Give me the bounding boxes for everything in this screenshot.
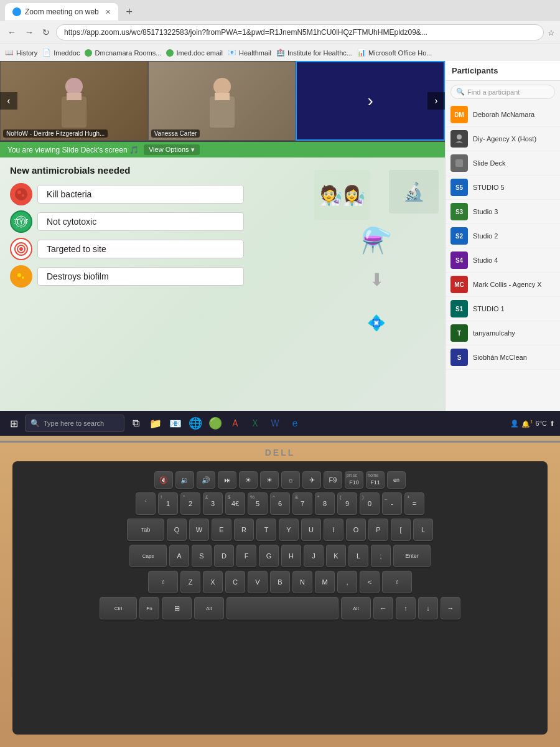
file-explorer-icon[interactable]: 📁 — [147, 415, 164, 432]
search-participants-container[interactable]: 🔍 Find a participant — [450, 85, 555, 99]
key-comma[interactable]: , — [337, 571, 357, 593]
key-alt-right[interactable]: Alt — [341, 597, 371, 619]
key-alt-left[interactable]: Alt — [194, 597, 224, 619]
key-n[interactable]: N — [292, 571, 312, 593]
bookmark-dmcnamara[interactable]: Dmcnamara Rooms... — [85, 49, 161, 57]
key-backtick[interactable]: ` — [136, 492, 156, 515]
forward-button[interactable]: → — [22, 26, 36, 39]
word-icon[interactable]: Ｗ — [266, 415, 284, 432]
key-v[interactable]: V — [248, 571, 268, 593]
notification-bell[interactable]: 🔔1 — [521, 419, 533, 428]
key-f10[interactable]: prt scF10 — [345, 471, 363, 489]
key-vol-down[interactable]: 🔉 — [175, 471, 194, 489]
key-1[interactable]: !1 — [158, 492, 178, 515]
key-l2[interactable]: L — [348, 545, 368, 567]
key-media[interactable]: ⏭ — [218, 471, 236, 489]
key-x[interactable]: X — [203, 571, 223, 593]
key-2[interactable]: "2 — [180, 492, 200, 515]
key-h[interactable]: H — [281, 545, 301, 567]
view-options-button[interactable]: View Options ▾ — [144, 144, 200, 155]
key-b[interactable]: B — [270, 571, 290, 593]
key-mute[interactable]: 🔇 — [154, 471, 173, 489]
key-u[interactable]: U — [301, 519, 321, 541]
key-lt[interactable]: < — [360, 571, 380, 593]
key-fn[interactable]: Fn — [139, 597, 159, 619]
bookmark-imeddoc[interactable]: 📄 Imeddoc — [42, 49, 80, 57]
new-tab-button[interactable]: + — [122, 4, 137, 19]
key-r[interactable]: R — [234, 519, 254, 541]
key-win[interactable]: ⊞ — [162, 597, 192, 619]
key-7[interactable]: &7 — [292, 492, 312, 515]
key-t[interactable]: T — [256, 519, 276, 541]
video-prev-arrow[interactable]: ‹ — [0, 92, 17, 110]
key-f11[interactable]: homeF11 — [366, 471, 385, 489]
key-w[interactable]: W — [189, 519, 209, 541]
key-i[interactable]: I — [324, 519, 343, 541]
key-arrow-left[interactable]: ← — [373, 597, 393, 619]
key-f9[interactable]: F9 — [324, 471, 342, 489]
chrome-icon-2[interactable]: 🟢 — [207, 415, 224, 432]
key-z[interactable]: Z — [180, 571, 200, 593]
key-3[interactable]: £3 — [203, 492, 223, 515]
key-arrow-down[interactable]: ↓ — [418, 597, 438, 619]
edge-icon[interactable]: ｅ — [286, 415, 304, 432]
taskbar-search-box[interactable]: 🔍 Type here to search — [25, 415, 124, 432]
key-f6[interactable]: ☀ — [260, 471, 279, 489]
key-5[interactable]: %5 — [248, 492, 268, 515]
key-j[interactable]: J — [304, 545, 324, 567]
key-a[interactable]: A — [169, 545, 189, 567]
bookmark-msoffice[interactable]: 📊 Microsoft Office Ho... — [357, 49, 432, 57]
key-0[interactable]: )0 — [360, 492, 380, 515]
chrome-icon[interactable]: 🌐 — [187, 415, 204, 432]
address-input[interactable] — [56, 24, 544, 40]
key-s[interactable]: S — [192, 545, 212, 567]
key-vol-up[interactable]: 🔊 — [197, 471, 215, 489]
key-q[interactable]: Q — [167, 519, 187, 541]
key-tab[interactable]: Tab — [127, 519, 164, 541]
key-f8[interactable]: ✈ — [302, 471, 321, 489]
key-f7[interactable]: ☼ — [281, 471, 300, 489]
key-p[interactable]: P — [368, 519, 388, 541]
key-o[interactable]: O — [346, 519, 366, 541]
key-arrow-right[interactable]: → — [441, 597, 460, 619]
key-k[interactable]: K — [326, 545, 346, 567]
adobe-icon[interactable]: Ａ — [226, 415, 244, 432]
outlook-icon[interactable]: 📧 — [167, 415, 184, 432]
tab-close-button[interactable]: ✕ — [105, 8, 111, 16]
excel-icon[interactable]: Ｘ — [246, 415, 264, 432]
key-9[interactable]: (9 — [337, 492, 357, 515]
key-l[interactable]: L — [413, 519, 433, 541]
key-enter[interactable]: Enter — [393, 545, 431, 567]
bookmark-star-icon[interactable]: ☆ — [548, 28, 555, 37]
key-f5[interactable]: ☀ — [239, 471, 258, 489]
key-m[interactable]: M — [315, 571, 335, 593]
key-4[interactable]: $4€ — [225, 492, 245, 515]
key-6[interactable]: ^6 — [270, 492, 290, 515]
bookmark-institute[interactable]: 🏥 Institute for Healthc... — [276, 49, 352, 57]
key-ctrl-left[interactable]: Ctrl — [100, 597, 137, 619]
key-8[interactable]: *8 — [315, 492, 335, 515]
reload-button[interactable]: ↻ — [40, 26, 52, 39]
key-shift-right[interactable]: ⇧ — [382, 571, 412, 593]
key-f12[interactable]: en — [387, 471, 406, 489]
key-semicolon[interactable]: ; — [371, 545, 391, 567]
key-c[interactable]: C — [225, 571, 245, 593]
key-equals[interactable]: += — [404, 492, 424, 515]
key-lbracket[interactable]: [ — [391, 519, 411, 541]
key-f[interactable]: F — [236, 545, 256, 567]
key-caps[interactable]: Caps — [129, 545, 167, 567]
key-arrow-up[interactable]: ↑ — [396, 597, 416, 619]
task-view-button[interactable]: ⧉ — [127, 415, 144, 432]
key-d[interactable]: D — [214, 545, 234, 567]
video-next-arrow[interactable]: › — [427, 92, 445, 110]
key-space[interactable] — [226, 597, 338, 619]
bookmark-history[interactable]: 📖 History — [5, 49, 37, 57]
bookmark-imeddoc-email[interactable]: Imed.doc email — [166, 49, 223, 57]
key-y[interactable]: Y — [279, 519, 299, 541]
browser-tab-zoom[interactable]: Zoom meeting on web ✕ — [5, 3, 118, 21]
bookmark-healthmail[interactable]: 📧 Healthmail — [228, 49, 271, 57]
windows-start-button[interactable]: ⊞ — [5, 415, 22, 432]
key-minus[interactable]: _- — [382, 492, 402, 515]
key-g[interactable]: G — [259, 545, 279, 567]
back-button[interactable]: ← — [5, 26, 19, 39]
